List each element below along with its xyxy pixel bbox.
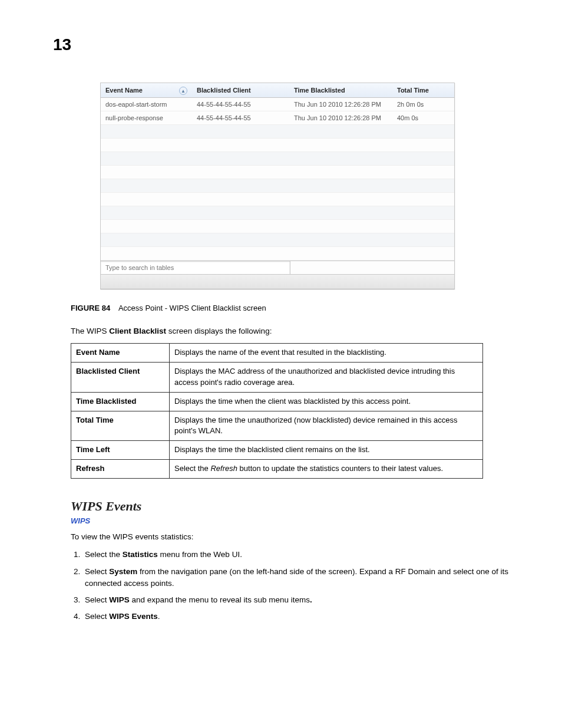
steps-list: Select the Statistics menu from the Web … xyxy=(71,549,515,622)
col-header-label: Event Name xyxy=(105,87,143,94)
def-desc: Displays the MAC address of the unauthor… xyxy=(170,363,483,393)
section-intro: To view the WIPS events statistics: xyxy=(71,531,515,543)
cell-total: 40m 0s xyxy=(392,111,454,125)
cell-time: Thu Jun 10 2010 12:26:28 PM xyxy=(289,111,392,125)
table-row: Blacklisted Client Displays the MAC addr… xyxy=(71,363,483,393)
col-header-time[interactable]: Time Blacklisted xyxy=(289,83,392,98)
screenshot-panel: Event Name ▲ Blacklisted Client Time Bla… xyxy=(100,83,455,289)
col-header-client[interactable]: Blacklisted Client xyxy=(192,83,289,98)
def-desc: Displays the time the blacklisted client… xyxy=(170,441,483,460)
def-term: Time Left xyxy=(71,441,170,460)
cell-total: 2h 0m 0s xyxy=(392,98,454,111)
data-grid: Event Name ▲ Blacklisted Client Time Bla… xyxy=(101,83,454,261)
section-heading: WIPS Events xyxy=(71,499,515,514)
cell-event: null-probe-response xyxy=(101,111,192,125)
table-row: Total Time Displays the time the unautho… xyxy=(71,411,483,441)
search-bar xyxy=(101,261,454,274)
col-header-total[interactable]: Total Time xyxy=(392,83,454,98)
def-desc: Displays the time when the client was bl… xyxy=(170,392,483,411)
def-term: Refresh xyxy=(71,460,170,479)
cell-client: 44-55-44-55-44-55 xyxy=(192,111,289,125)
table-row: Time Left Displays the time the blacklis… xyxy=(71,441,483,460)
cell-time: Thu Jun 10 2010 12:26:28 PM xyxy=(289,98,392,111)
def-term: Total Time xyxy=(71,411,170,441)
wips-link[interactable]: WIPS xyxy=(71,516,515,525)
figure-label: FIGURE 84 xyxy=(71,304,110,312)
definition-table: Event Name Displays the name of the even… xyxy=(71,343,483,479)
table-row: Event Name Displays the name of the even… xyxy=(71,344,483,363)
step-item: Select WIPS and expand the menu to revea… xyxy=(82,594,515,606)
step-item: Select System from the navigation pane (… xyxy=(82,566,515,590)
step-item: Select WIPS Events. xyxy=(82,611,515,622)
table-row: Refresh Select the Refresh button to upd… xyxy=(71,460,483,479)
def-term: Time Blacklisted xyxy=(71,392,170,411)
def-term: Event Name xyxy=(71,344,170,363)
step-item: Select the Statistics menu from the Web … xyxy=(82,549,515,561)
intro-text: The WIPS Client Blacklist screen display… xyxy=(71,325,515,337)
table-row: Time Blacklisted Displays the time when … xyxy=(71,392,483,411)
search-input[interactable] xyxy=(101,261,290,274)
figure-caption: FIGURE 84 Access Point - WIPS Client Bla… xyxy=(71,304,515,312)
cell-event: dos-eapol-start-storm xyxy=(101,98,192,111)
page-number: 13 xyxy=(53,35,71,54)
grid-footer xyxy=(101,274,454,289)
def-desc: Displays the name of the event that resu… xyxy=(170,344,483,363)
def-desc: Displays the time the unauthorized (now … xyxy=(170,411,483,441)
cell-client: 44-55-44-55-44-55 xyxy=(192,98,289,111)
col-header-event[interactable]: Event Name ▲ xyxy=(101,83,192,98)
figure-title: Access Point - WIPS Client Blacklist scr… xyxy=(118,304,266,312)
def-desc: Select the Refresh button to update the … xyxy=(170,460,483,479)
def-term: Blacklisted Client xyxy=(71,363,170,393)
sort-icon[interactable]: ▲ xyxy=(179,87,187,95)
